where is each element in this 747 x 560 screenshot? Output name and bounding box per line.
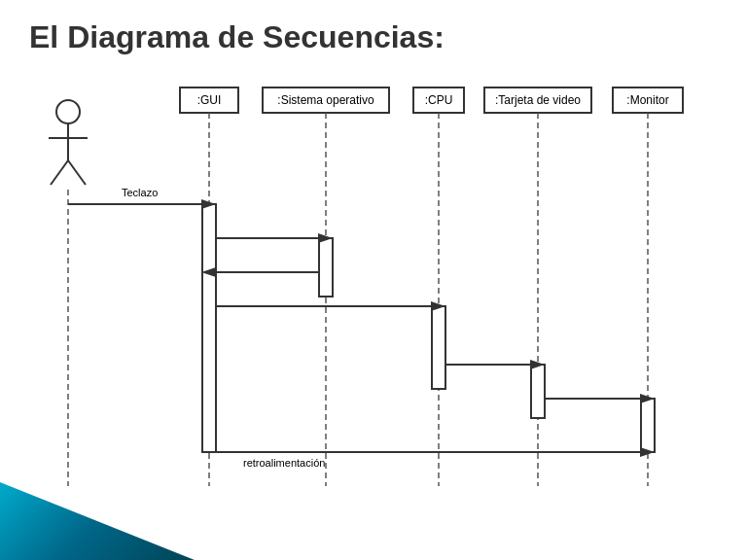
svg-text:Teclazo: Teclazo [122,187,158,198]
svg-text:retroalimentación: retroalimentación [243,457,325,469]
svg-rect-22 [319,238,333,297]
title: El Diagrama de Secuencias: [29,19,445,55]
svg-text::GUI: :GUI [197,93,222,107]
svg-rect-21 [202,204,216,452]
svg-text::Sistema operativo: :Sistema operativo [277,93,374,107]
svg-line-4 [68,160,86,185]
diagram-area: :GUI :Sistema operativo :CPU :Tarjeta de… [29,78,720,525]
sequence-diagram-svg: :GUI :Sistema operativo :CPU :Tarjeta de… [29,78,720,525]
svg-text::Monitor: :Monitor [626,93,668,107]
svg-rect-24 [531,365,545,418]
svg-point-0 [56,100,80,123]
svg-rect-23 [432,306,445,389]
svg-rect-25 [641,399,655,452]
svg-line-3 [51,160,68,185]
svg-text::CPU: :CPU [425,93,453,107]
svg-text::Tarjeta de video: :Tarjeta de video [495,93,581,107]
